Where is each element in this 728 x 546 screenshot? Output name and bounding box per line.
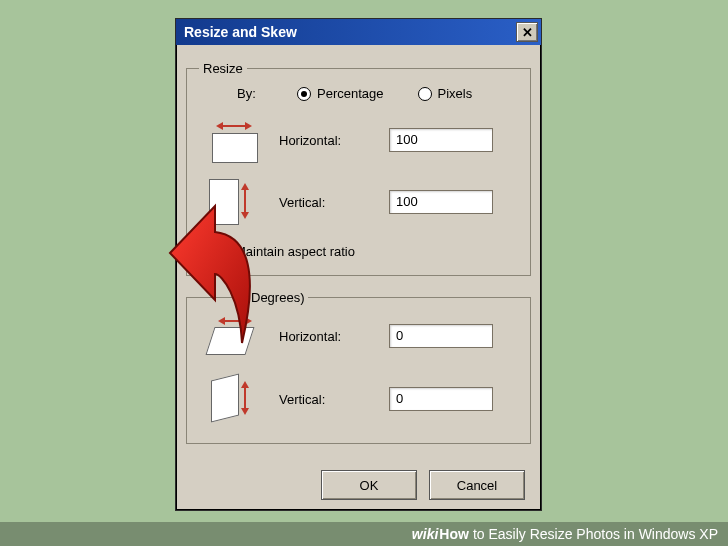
titlebar[interactable]: Resize and Skew ✕ bbox=[176, 19, 541, 45]
watermark-wiki: wiki bbox=[412, 526, 438, 542]
pixels-radio-label: Pixels bbox=[438, 86, 473, 101]
resize-vertical-label: Vertical: bbox=[279, 195, 389, 210]
skew-horizontal-icon bbox=[209, 315, 259, 357]
pixels-radio[interactable]: Pixels bbox=[418, 86, 473, 101]
button-row: OK Cancel bbox=[321, 470, 525, 500]
skew-vertical-icon bbox=[209, 375, 259, 423]
ok-button[interactable]: OK bbox=[321, 470, 417, 500]
resize-vertical-icon bbox=[209, 179, 259, 225]
resize-horizontal-label: Horizontal: bbox=[279, 133, 389, 148]
percentage-radio-label: Percentage bbox=[317, 86, 384, 101]
skew-horizontal-input[interactable]: 0 bbox=[389, 324, 493, 348]
close-icon: ✕ bbox=[522, 26, 533, 39]
skew-vertical-row: Vertical: 0 bbox=[199, 375, 518, 423]
skew-vertical-label: Vertical: bbox=[279, 392, 389, 407]
resize-by-row: By: Percentage Pixels bbox=[199, 86, 518, 101]
resize-legend: Resize bbox=[199, 61, 247, 76]
maintain-aspect-checkbox[interactable]: ✓ bbox=[209, 243, 225, 259]
skew-group: Degrees) Horizontal: 0 bbox=[186, 290, 531, 444]
resize-group: Resize By: Percentage Pixels bbox=[186, 61, 531, 276]
radio-empty-icon bbox=[418, 87, 432, 101]
skew-vertical-input[interactable]: 0 bbox=[389, 387, 493, 411]
skew-horizontal-label: Horizontal: bbox=[279, 329, 389, 344]
watermark-band: wikiHow to Easily Resize Photos in Windo… bbox=[0, 522, 728, 546]
watermark-rest: to Easily Resize Photos in Windows XP bbox=[473, 526, 718, 542]
resize-horizontal-input[interactable]: 100 bbox=[389, 128, 493, 152]
maintain-aspect-row: ✓ Maintain aspect ratio bbox=[209, 243, 518, 259]
radio-dot-icon bbox=[297, 87, 311, 101]
dialog-body: Resize By: Percentage Pixels bbox=[176, 45, 541, 510]
maintain-aspect-label: Maintain aspect ratio bbox=[235, 244, 355, 259]
resize-skew-dialog: Resize and Skew ✕ Resize By: Percentage … bbox=[175, 18, 542, 511]
resize-horizontal-icon bbox=[209, 119, 259, 161]
skew-horizontal-row: Horizontal: 0 bbox=[199, 315, 518, 357]
page-backdrop: Resize and Skew ✕ Resize By: Percentage … bbox=[0, 0, 728, 546]
resize-vertical-row: Vertical: 100 bbox=[199, 179, 518, 225]
skew-legend: Degrees) bbox=[247, 290, 308, 305]
watermark-how: How bbox=[439, 526, 469, 542]
resize-vertical-input[interactable]: 100 bbox=[389, 190, 493, 214]
close-button[interactable]: ✕ bbox=[516, 22, 538, 42]
percentage-radio[interactable]: Percentage bbox=[297, 86, 384, 101]
by-label: By: bbox=[237, 86, 297, 101]
dialog-title: Resize and Skew bbox=[184, 24, 297, 40]
resize-horizontal-row: Horizontal: 100 bbox=[199, 119, 518, 161]
cancel-button[interactable]: Cancel bbox=[429, 470, 525, 500]
